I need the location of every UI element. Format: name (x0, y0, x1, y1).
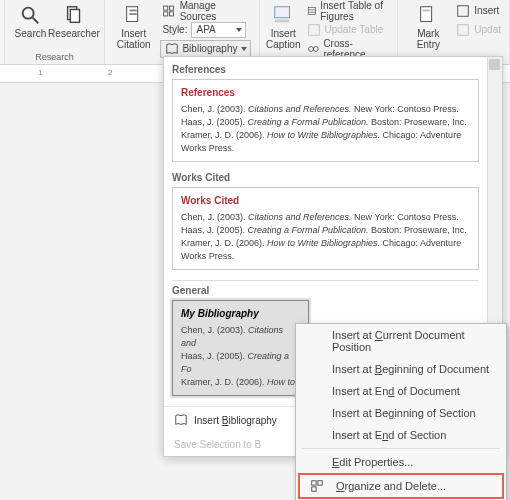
table-figures-icon (307, 4, 317, 18)
bibliography-dropdown[interactable]: Bibliography (160, 40, 250, 58)
ctx-insert-begin-doc[interactable]: Insert at Beginning of Document (296, 358, 506, 380)
group-research-label: Research (5, 51, 104, 64)
svg-rect-8 (170, 6, 174, 10)
section-label-works-cited: Works Cited (172, 172, 479, 183)
my-bibliography-line: Kramer, J. D. (2006). How to (181, 376, 300, 389)
save-selection-label: Save Selection to B (174, 439, 261, 450)
style-select[interactable]: APA (191, 22, 246, 38)
update-index-label: Updat (474, 24, 501, 35)
svg-point-17 (308, 46, 313, 51)
gallery-item-works-cited[interactable]: Works Cited Chen, J. (2003). Citations a… (172, 187, 479, 270)
bibliography-label: Bibliography (182, 43, 237, 54)
group-index: Mark Entry Insert Updat (398, 0, 510, 64)
references-line: Haas, J. (2005). Creating a Formal Publi… (181, 116, 470, 129)
references-title: References (181, 86, 470, 99)
insert-bibliography-label: Insert Bibliography (194, 415, 277, 426)
mark-entry-label: Mark Entry (417, 28, 440, 50)
cross-ref-icon (307, 42, 320, 56)
mark-entry-icon (417, 4, 439, 26)
researcher-label: Researcher (48, 28, 100, 39)
book-icon (174, 413, 188, 427)
my-bibliography-title: My Bibliography (181, 307, 300, 320)
section-label-references: References (172, 64, 479, 75)
insert-citation-label: Insert Citation (117, 28, 151, 50)
svg-line-1 (33, 18, 39, 24)
search-label: Search (15, 28, 47, 39)
insert-index-button[interactable]: Insert (454, 2, 503, 19)
my-bibliography-line: Chen, J. (2003). Citations and (181, 324, 300, 350)
references-line: Kramer, J. D. (2006). How to Write Bibli… (181, 129, 470, 155)
gallery-item-references[interactable]: References Chen, J. (2003). Citations an… (172, 79, 479, 162)
ctx-insert-current[interactable]: Insert at Current Document Position (296, 324, 506, 358)
svg-rect-12 (275, 20, 290, 23)
ctx-insert-end-doc[interactable]: Insert at End of Document (296, 380, 506, 402)
search-button[interactable]: Search (11, 2, 50, 39)
manage-sources-icon (162, 4, 175, 18)
svg-point-18 (313, 46, 318, 51)
svg-rect-16 (308, 24, 319, 35)
svg-rect-6 (129, 13, 136, 15)
insert-table-figures-button[interactable]: Insert Table of Figures (305, 2, 392, 19)
references-line: Chen, J. (2003). Citations and Reference… (181, 103, 470, 116)
style-label: Style: (162, 24, 187, 35)
search-icon (19, 4, 41, 26)
update-index-button[interactable]: Updat (454, 21, 503, 38)
svg-rect-21 (458, 5, 469, 16)
svg-rect-7 (164, 6, 168, 10)
style-row: Style: APA (160, 21, 253, 38)
ctx-insert-end-section[interactable]: Insert at End of Section (296, 424, 506, 446)
my-bibliography-line: Haas, J. (2005). Creating a Fo (181, 350, 300, 376)
insert-table-figures-label: Insert Table of Figures (320, 0, 389, 22)
svg-rect-24 (318, 481, 322, 485)
manage-sources-button[interactable]: Manage Sources (160, 2, 253, 19)
researcher-icon (63, 4, 85, 26)
insert-index-label: Insert (474, 5, 499, 16)
context-menu: Insert at Current Document Position Inse… (295, 323, 507, 500)
ruler-mark-2: 2 (108, 68, 112, 77)
manage-sources-label: Manage Sources (180, 0, 251, 22)
insert-caption-label: Insert Caption (266, 28, 300, 50)
svg-rect-25 (312, 487, 316, 491)
works-cited-title: Works Cited (181, 194, 470, 207)
researcher-button[interactable]: Researcher (50, 2, 98, 39)
separator (302, 448, 500, 449)
svg-rect-22 (458, 24, 469, 35)
svg-rect-11 (275, 7, 290, 18)
mark-entry-button[interactable]: Mark Entry (404, 2, 452, 50)
update-index-icon (456, 23, 470, 37)
ctx-edit-properties[interactable]: Edit Properties... (296, 451, 506, 473)
gallery-item-my-bibliography[interactable]: My Bibliography Chen, J. (2003). Citatio… (172, 300, 309, 396)
svg-rect-20 (423, 10, 430, 12)
book-icon (165, 42, 179, 56)
group-captions: Insert Caption Insert Table of Figures U… (260, 0, 398, 64)
svg-point-0 (23, 8, 34, 19)
insert-caption-button[interactable]: Insert Caption (266, 2, 301, 50)
svg-rect-19 (421, 7, 432, 22)
ctx-insert-begin-section[interactable]: Insert at Beginning of Section (296, 402, 506, 424)
insert-citation-icon (123, 4, 145, 26)
cross-reference-button[interactable]: Cross-reference (305, 40, 392, 57)
svg-rect-13 (308, 7, 315, 14)
scroll-up-icon[interactable] (489, 59, 500, 70)
group-citations: Insert Citation Manage Sources Style: AP… (105, 0, 260, 64)
update-table-icon (307, 23, 321, 37)
update-table-label: Update Table (325, 24, 384, 35)
insert-index-icon (456, 4, 470, 18)
works-cited-line: Kramer, J. D. (2006). How to Write Bibli… (181, 237, 470, 263)
works-cited-line: Chen, J. (2003). Citations and Reference… (181, 211, 470, 224)
svg-rect-3 (70, 10, 79, 23)
section-label-general: General (172, 280, 479, 296)
svg-rect-5 (129, 10, 136, 12)
works-cited-line: Haas, J. (2005). Creating a Formal Publi… (181, 224, 470, 237)
update-table-button[interactable]: Update Table (305, 21, 392, 38)
ctx-organize-delete[interactable]: Organize and Delete... (298, 473, 504, 499)
organize-icon (310, 479, 324, 493)
caption-icon (272, 4, 294, 26)
group-research: Search Researcher Research (5, 0, 105, 64)
svg-rect-10 (170, 11, 174, 15)
ruler-mark-1: 1 (38, 68, 42, 77)
svg-rect-9 (164, 11, 168, 15)
svg-rect-23 (312, 481, 316, 485)
insert-citation-button[interactable]: Insert Citation (111, 2, 157, 50)
